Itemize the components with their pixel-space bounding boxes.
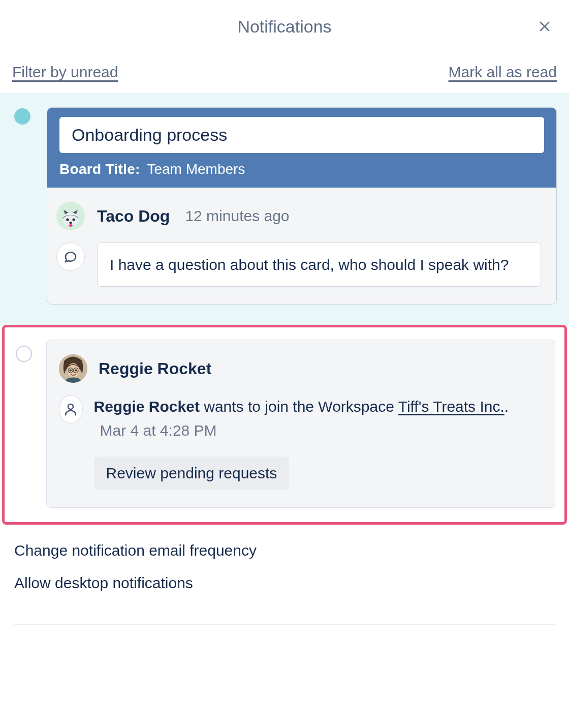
panel-header: Notifications <box>0 8 569 45</box>
request-text: Reggie Rocket wants to join the Workspac… <box>94 395 541 442</box>
card-header: Onboarding process Board Title: Team Mem… <box>47 108 556 188</box>
request-timestamp: Mar 4 at 4:28 PM <box>100 422 217 439</box>
board-label: Board Title: <box>59 161 140 177</box>
notifications-list: Onboarding process Board Title: Team Mem… <box>0 93 569 525</box>
comment-text[interactable]: I have a question about this card, who s… <box>97 242 541 287</box>
svg-point-10 <box>70 369 72 371</box>
filter-unread-link[interactable]: Filter by unread <box>12 64 118 81</box>
filter-row: Filter by unread Mark all as read <box>0 49 569 93</box>
author-row: Reggie Rocket <box>59 354 541 383</box>
author-row: Taco Dog 12 minutes ago <box>56 202 541 230</box>
avatar[interactable] <box>59 354 87 383</box>
notification-card[interactable]: Onboarding process Board Title: Team Mem… <box>47 107 557 305</box>
notification-timestamp: 12 minutes ago <box>185 207 289 225</box>
author-name[interactable]: Reggie Rocket <box>99 359 211 378</box>
husky-dog-icon <box>56 202 85 230</box>
workspace-link[interactable]: Tiff's Treats Inc. <box>398 398 504 415</box>
author-name[interactable]: Taco Dog <box>97 207 170 226</box>
avatar[interactable] <box>56 202 85 230</box>
svg-point-4 <box>66 218 69 221</box>
notifications-panel: Notifications Filter by unread Mark all … <box>0 0 569 728</box>
read-indicator[interactable] <box>16 346 32 362</box>
svg-point-6 <box>69 222 72 224</box>
request-body: Reggie Rocket wants to join the Workspac… <box>94 395 541 490</box>
panel-title: Notifications <box>237 17 331 37</box>
photo-avatar-icon <box>59 354 87 383</box>
close-icon <box>538 19 552 34</box>
request-icon-wrap <box>59 395 83 423</box>
mark-all-read-link[interactable]: Mark all as read <box>449 64 557 81</box>
svg-point-11 <box>75 369 77 371</box>
card-title[interactable]: Onboarding process <box>59 117 544 153</box>
notification-item: Onboarding process Board Title: Team Mem… <box>0 93 569 325</box>
board-line: Board Title: Team Members <box>59 161 544 177</box>
change-email-frequency-link[interactable]: Change notification email frequency <box>14 542 555 559</box>
card-body: Taco Dog 12 minutes ago I have a questio… <box>47 188 556 304</box>
requester-name[interactable]: Reggie Rocket <box>94 398 200 415</box>
speech-bubble-icon <box>63 249 78 264</box>
board-value[interactable]: Team Members <box>147 161 245 177</box>
unread-indicator[interactable] <box>14 108 30 125</box>
request-text-mid: wants to join the Workspace <box>204 398 394 415</box>
allow-desktop-notifications-link[interactable]: Allow desktop notifications <box>14 574 555 592</box>
notification-item-highlighted: Reggie Rocket Reggie Rocket wants to joi… <box>2 325 567 525</box>
unread-indicator-column <box>12 107 33 305</box>
comment-icon-wrap <box>56 242 85 271</box>
person-icon <box>63 402 78 417</box>
close-button[interactable] <box>534 16 555 37</box>
svg-point-15 <box>68 404 73 409</box>
review-requests-button[interactable]: Review pending requests <box>94 457 290 490</box>
svg-point-5 <box>73 218 75 221</box>
footer-divider <box>14 624 555 625</box>
footer-links: Change notification email frequency Allo… <box>0 525 569 630</box>
notification-card[interactable]: Reggie Rocket Reggie Rocket wants to joi… <box>46 340 555 508</box>
comment-row: I have a question about this card, who s… <box>56 242 541 287</box>
read-indicator-column <box>14 340 34 508</box>
svg-point-7 <box>69 224 72 227</box>
request-row: Reggie Rocket wants to join the Workspac… <box>59 395 541 490</box>
